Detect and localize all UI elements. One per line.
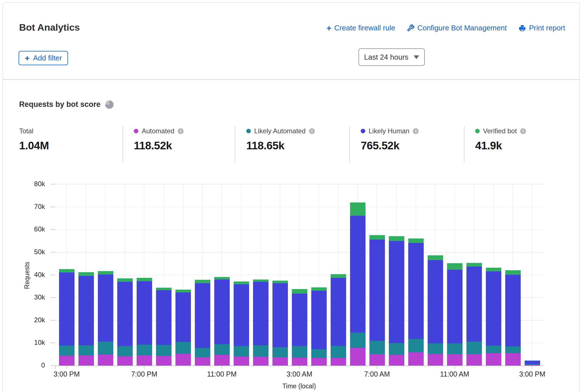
bar-segment-automated[interactable] — [175, 354, 191, 366]
bar-segment-likely-automated[interactable] — [389, 343, 404, 355]
bar-segment-automated[interactable] — [234, 357, 249, 366]
bar-segment-automated[interactable] — [272, 357, 288, 366]
bar-segment-likely-human[interactable] — [117, 282, 133, 346]
bar-segment-verified-bot[interactable] — [253, 280, 269, 282]
bar-segment-automated[interactable] — [486, 353, 501, 366]
bar-segment-verified-bot[interactable] — [175, 290, 191, 292]
time-range-dropdown[interactable]: Last 24 hours — [358, 48, 425, 66]
bar-segment-verified-bot[interactable] — [505, 270, 521, 275]
bar-segment-automated[interactable] — [369, 354, 385, 366]
bar-segment-verified-bot[interactable] — [428, 255, 443, 260]
bar-segment-automated[interactable] — [195, 357, 210, 366]
bar-segment-automated[interactable] — [389, 355, 404, 366]
bar-segment-likely-human[interactable] — [311, 291, 327, 349]
bar-segment-automated[interactable] — [253, 357, 269, 366]
bar-segment-likely-automated[interactable] — [408, 339, 424, 352]
bar-segment-automated[interactable] — [447, 354, 463, 366]
bar-segment-likely-human[interactable] — [292, 294, 307, 346]
bar-segment-likely-automated[interactable] — [78, 345, 94, 355]
bar-segment-likely-human[interactable] — [486, 271, 501, 346]
bar-segment-likely-automated[interactable] — [466, 342, 482, 355]
bar-segment-likely-human[interactable] — [59, 272, 75, 346]
bar-segment-likely-human[interactable] — [466, 267, 482, 341]
bar-segment-likely-human[interactable] — [156, 290, 172, 345]
bar-segment-likely-automated[interactable] — [525, 364, 540, 365]
bar-segment-likely-automated[interactable] — [214, 344, 230, 355]
bar-segment-automated[interactable] — [428, 354, 443, 366]
bar-segment-likely-automated[interactable] — [486, 346, 501, 353]
bar-segment-verified-bot[interactable] — [137, 278, 152, 281]
bar-segment-automated[interactable] — [331, 358, 346, 366]
bar-segment-verified-bot[interactable] — [214, 277, 230, 280]
bar-segment-likely-human[interactable] — [369, 240, 385, 341]
bar-segment-likely-human[interactable] — [389, 241, 404, 343]
bar-segment-automated[interactable] — [98, 355, 113, 366]
bar-segment-likely-human[interactable] — [253, 282, 269, 345]
bar-segment-verified-bot[interactable] — [466, 263, 482, 267]
bar-segment-automated[interactable] — [214, 355, 230, 366]
bar-segment-likely-automated[interactable] — [311, 349, 327, 358]
bar-segment-likely-human[interactable] — [214, 280, 230, 344]
bar-segment-verified-bot[interactable] — [486, 268, 501, 272]
bar-segment-automated[interactable] — [117, 356, 133, 366]
configure-bot-management-link[interactable]: Configure Bot Management — [407, 24, 507, 32]
bar-segment-likely-automated[interactable] — [98, 342, 113, 355]
info-icon[interactable]: i — [520, 128, 526, 134]
bar-segment-verified-bot[interactable] — [447, 263, 463, 270]
bar-segment-likely-human[interactable] — [137, 281, 152, 345]
bar-segment-automated[interactable] — [466, 354, 482, 366]
bar-segment-likely-human[interactable] — [428, 260, 443, 343]
bar-segment-automated[interactable] — [505, 353, 521, 366]
bar-segment-likely-automated[interactable] — [428, 343, 443, 354]
bar-segment-verified-bot[interactable] — [98, 271, 113, 274]
bar-segment-verified-bot[interactable] — [331, 274, 346, 278]
bar-segment-likely-automated[interactable] — [234, 346, 249, 356]
bar-segment-likely-automated[interactable] — [175, 342, 191, 354]
info-icon[interactable]: i — [413, 128, 419, 134]
bar-segment-verified-bot[interactable] — [350, 202, 366, 216]
bar-segment-likely-human[interactable] — [195, 283, 210, 348]
bar-segment-likely-automated[interactable] — [117, 346, 133, 356]
bar-segment-likely-human[interactable] — [505, 275, 521, 347]
info-icon[interactable]: i — [178, 128, 184, 134]
bar-segment-likely-human[interactable] — [175, 292, 191, 342]
bar-segment-likely-automated[interactable] — [272, 347, 288, 357]
bar-segment-likely-automated[interactable] — [331, 346, 346, 358]
bar-segment-automated[interactable] — [156, 356, 172, 366]
bar-segment-likely-automated[interactable] — [156, 345, 172, 356]
bar-segment-likely-automated[interactable] — [292, 346, 307, 357]
bar-segment-verified-bot[interactable] — [311, 287, 327, 291]
bar-segment-automated[interactable] — [292, 358, 307, 366]
bar-segment-likely-human[interactable] — [447, 270, 463, 343]
bar-segment-automated[interactable] — [59, 356, 75, 366]
bar-segment-likely-human[interactable] — [331, 278, 346, 346]
bar-segment-likely-automated[interactable] — [447, 343, 463, 354]
bar-segment-verified-bot[interactable] — [195, 280, 210, 283]
bar-segment-likely-automated[interactable] — [369, 341, 385, 354]
create-firewall-rule-link[interactable]: + Create firewall rule — [326, 24, 395, 32]
bar-segment-automated[interactable] — [408, 352, 424, 366]
bar-segment-verified-bot[interactable] — [234, 281, 249, 284]
bar-segment-automated[interactable] — [137, 355, 152, 366]
bar-segment-verified-bot[interactable] — [408, 238, 424, 243]
bar-segment-verified-bot[interactable] — [156, 288, 172, 290]
bar-segment-likely-human[interactable] — [234, 284, 249, 346]
bar-segment-likely-human[interactable] — [78, 276, 94, 346]
info-icon[interactable]: i — [309, 128, 315, 134]
bar-segment-likely-human[interactable] — [98, 274, 113, 342]
bar-segment-likely-human[interactable] — [525, 361, 540, 364]
bar-segment-verified-bot[interactable] — [272, 281, 288, 283]
bar-segment-automated[interactable] — [350, 348, 366, 366]
bar-segment-likely-automated[interactable] — [505, 346, 521, 353]
add-filter-button[interactable]: + Add filter — [19, 51, 68, 65]
bar-segment-verified-bot[interactable] — [369, 235, 385, 239]
bar-segment-likely-automated[interactable] — [59, 346, 75, 355]
bar-segment-verified-bot[interactable] — [59, 269, 75, 273]
bar-segment-verified-bot[interactable] — [292, 289, 307, 293]
bar-segment-likely-automated[interactable] — [253, 345, 269, 357]
bar-segment-automated[interactable] — [311, 358, 327, 366]
bar-segment-likely-human[interactable] — [350, 216, 366, 333]
bar-segment-verified-bot[interactable] — [117, 278, 133, 282]
bar-segment-likely-human[interactable] — [272, 283, 288, 347]
bar-segment-likely-automated[interactable] — [195, 348, 210, 357]
